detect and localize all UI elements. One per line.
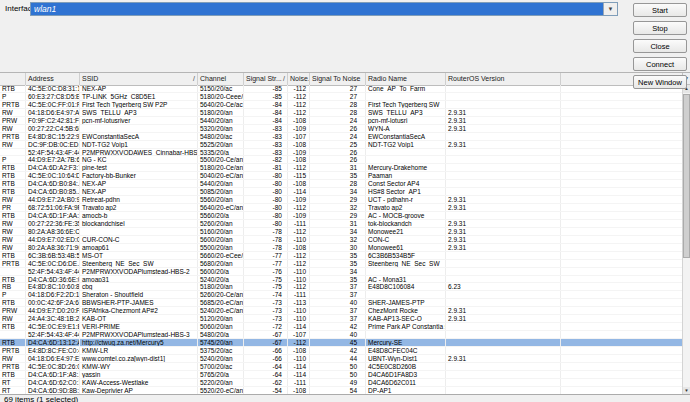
table-row[interactable]: PRTB4C:5E:0C:8D:26:0BKMW-WY5700/20/ac-64… xyxy=(0,363,682,371)
column-header-routeros-version[interactable]: RouterOS Version xyxy=(446,73,561,85)
table-row[interactable]: PR68:72:51:06:FA:9FTravato ap25640/20-eC… xyxy=(0,204,682,212)
cell-ssid: blockandchisel xyxy=(80,220,198,227)
interface-combobox[interactable]: wlan1 ▼ xyxy=(30,2,618,16)
column-header-address[interactable]: Address xyxy=(26,73,80,85)
interface-dropdown-button[interactable]: ▼ xyxy=(603,3,617,15)
column-header-noise[interactable]: Noise... xyxy=(288,73,310,85)
cell-flags: RB xyxy=(0,283,26,290)
column-header-channel[interactable]: Channel xyxy=(198,73,244,85)
cell-signal-to-noise: 30 xyxy=(310,244,366,251)
table-row[interactable]: RWDC:9F:DB:0C:ED...NDT-TG2 Voip15525/20/… xyxy=(0,141,682,149)
table-row[interactable]: RTBD4:CA:6D:A2:F3:76pine-test5180/20-Ce/… xyxy=(0,164,682,172)
table-row[interactable]: 52:4F:54:43:4F:44P2MPRWXXVODAPlumstead-H… xyxy=(0,331,682,339)
table-row[interactable]: RTBD4:CA:6D:B0:84:...NEX-AP5440/20/an-80… xyxy=(0,180,682,188)
cell-ssid: P2MPRWXXVODAWES_Cinnabar-HBS-1 xyxy=(80,149,198,156)
wireless-scan-window: Interface: wlan1 ▼ Start Stop Close Conn… xyxy=(0,0,690,402)
cell-ssid: Kaw-Deprivier AP xyxy=(80,387,198,394)
table-row[interactable]: RTB00:0C:42:6F:2A:61BBWSHER-PTP-JAMES568… xyxy=(0,299,682,307)
cell-filler xyxy=(561,93,682,100)
cell-address: D4:CA:6D:13:12:A2 xyxy=(26,339,80,346)
table-row[interactable]: RTBD4:CA:6D:1F:AA:...amocb-b5560/20/a-80… xyxy=(0,212,682,220)
cell-signal-to-noise: 50 xyxy=(310,363,366,370)
table-row[interactable]: RTB6C:3B:6B:53:4B:5FMS-OT5660/20-eCee/ac… xyxy=(0,252,682,260)
cell-flags: RTB xyxy=(0,172,26,179)
table-row[interactable]: RW44:D9:E7:2A:B0:9FRetreat-pdhn5560/20/a… xyxy=(0,196,682,204)
table-row[interactable]: RW00:27:22:C4:5B:6F5320/20/an-83-10926WY… xyxy=(0,125,682,133)
table-row[interactable]: RW80:2A:A8:36:71:96amoap615500/20/an-78-… xyxy=(0,244,682,252)
cell-signal-to-noise: 40 xyxy=(310,299,366,306)
cell-filler xyxy=(561,387,682,394)
table-row[interactable]: PRTBE4:8D:8C:15:22:91EWConstantiaSecA548… xyxy=(0,133,682,141)
table-row[interactable]: RW80:2A:A8:36:6E:CA5160/20/an-78-11234Mo… xyxy=(0,228,682,236)
cell-radio-name: Prime Park AP Constantia si... xyxy=(366,323,446,330)
column-header-signal-strength[interactable]: Signal Str... / xyxy=(244,73,288,85)
vertical-scrollbar[interactable]: ▲ ▼ xyxy=(682,85,690,395)
table-row[interactable]: RW44:D9:E7:02:ED:09CUR-CON-C5600/20/an-7… xyxy=(0,236,682,244)
table-row[interactable]: RTBD4:CA:6D:1F:A8:...yassin5765/20/a-64-… xyxy=(0,371,682,379)
table-row[interactable]: RBE4:8D:8C:10:60:84cbg5180/20/an-75-1123… xyxy=(0,283,682,291)
table-row[interactable]: RW04:18:D6:E4:97:E9www.comtel.co.za[wyn-… xyxy=(0,355,682,363)
cell-address: D4:CA:6D:9D:8B:... xyxy=(26,387,80,394)
table-row[interactable]: RTD4:CA:6D:62:C0:11KAW-Access-Westlake52… xyxy=(0,379,682,387)
table-row[interactable]: RTBD4:CA:6D:13:12:A2http://ctwug.za.net/… xyxy=(0,339,682,347)
table-row[interactable]: RTBD4:CA:6D:B0:85...NEX-AP5085/20/an-80-… xyxy=(0,188,682,196)
cell-signal-strength: -64 xyxy=(244,371,288,378)
cell-noise: -112 xyxy=(288,283,310,290)
cell-channel: 5335/20/a xyxy=(198,149,244,156)
interface-value[interactable]: wlan1 xyxy=(31,3,603,15)
cell-channel: 5500/20-Ce/an xyxy=(198,156,244,163)
cell-noise: -115 xyxy=(288,172,310,179)
cell-filler xyxy=(561,323,682,330)
cell-signal-to-noise: 40 xyxy=(310,331,366,338)
cell-radio-name: Steenberg_NE_Sec_SW xyxy=(366,260,446,267)
column-header-ssid[interactable]: SSID / xyxy=(80,73,198,85)
cell-radio-name: EWConstantiaSecA xyxy=(366,133,446,140)
table-row[interactable]: PRW44:D9:E7:D0:20:FEISPAfrika-Chezmont A… xyxy=(0,307,682,315)
close-button[interactable]: Close xyxy=(633,39,687,53)
cell-routeros-version: 6.23 xyxy=(446,283,561,290)
table-row[interactable]: RTB4C:5E:0C:E9:E1:E9VERI-PRIME5060/20/an… xyxy=(0,323,682,331)
cell-radio-name: tok-blockandch xyxy=(366,220,446,227)
table-row[interactable]: PRTBE4:8D:8C:FE:C0:4CKMW-LR5375/20/ac-66… xyxy=(0,347,682,355)
table-row[interactable]: P04:18:D6:F2:2D:1CSheraton - Shoutfield5… xyxy=(0,291,682,299)
cell-filler xyxy=(561,355,682,362)
cell-radio-name: E48D8C106084 xyxy=(366,283,446,290)
cell-noise: -110 xyxy=(288,315,310,322)
table-row[interactable]: RTB4C:5E:0C:10:64:D1Factory-bb-Bunker504… xyxy=(0,172,682,180)
table-row[interactable]: PRWF0:9F:C2:42:81:FBpcn-mf-lotusriver544… xyxy=(0,117,682,125)
cell-routeros-version xyxy=(446,101,561,108)
new-window-button[interactable]: New Window xyxy=(633,75,687,89)
cell-signal-to-noise: 27 xyxy=(310,93,366,100)
cell-flags: PRTB xyxy=(0,363,26,370)
stop-button[interactable]: Stop xyxy=(633,21,687,35)
cell-filler xyxy=(561,276,682,283)
cell-ssid: CUR-CON-C xyxy=(80,236,198,243)
column-header-flags[interactable] xyxy=(0,73,26,85)
cell-channel: 5240/20/a xyxy=(198,276,244,283)
table-row[interactable]: 52:4F:54:43:4F:44P2MPRWXXVODAWES_Cinnaba… xyxy=(0,149,682,157)
table-row[interactable]: RW00:27:22:36:FE:35blockandchisel5260/20… xyxy=(0,220,682,228)
cell-radio-name: HS#8 Sector_AP1 xyxy=(366,188,446,195)
column-header-signal-to-noise[interactable]: Signal To Noise xyxy=(310,73,366,85)
cell-noise: -110 xyxy=(288,236,310,243)
cell-address: D4:CA:6D:62:C0:11 xyxy=(26,379,80,386)
cell-filler xyxy=(561,371,682,378)
table-row[interactable]: RTBD4:CA:6D:36:6E:0Aamoap315240/20/a-75-… xyxy=(0,276,682,284)
cell-noise: -114 xyxy=(288,323,310,330)
table-row[interactable]: PRTB4C:5E:0C:FF:01:FBFirst Tech Tygerber… xyxy=(0,101,682,109)
column-header-radio-name[interactable]: Radio Name xyxy=(366,73,446,85)
table-row[interactable]: RW24:A4:3C:48:1B:23KAB-OT5120/20/an-73-1… xyxy=(0,315,682,323)
table-row[interactable]: 52:4F:54:43:4F:44P2MPRWXXVODAPlumstead-H… xyxy=(0,268,682,276)
table-row[interactable]: P60:E3:27:C8:D5:E1TP-LINK_5GHz_C8D5E1518… xyxy=(0,93,682,101)
cell-flags: RTB xyxy=(0,180,26,187)
table-row[interactable]: RTB4C:5E:0C:D8:31:1FNEX-AP5150/20/ac-85-… xyxy=(0,85,682,93)
cell-ssid: Steenberg_NE_Sec_SW xyxy=(80,260,198,267)
cell-routeros-version xyxy=(446,252,561,259)
cell-address: E4:8D:8C:FE:C0:4C xyxy=(26,347,80,354)
table-row[interactable]: PRTB4C:5E:0C:D6:DE...Steenberg_NE_Sec_SW… xyxy=(0,260,682,268)
connect-button[interactable]: Connect xyxy=(633,57,687,71)
table-row[interactable]: P44:D9:E7:2A:7B:62NG - KC5500/20-Ce/an-8… xyxy=(0,156,682,164)
scrollbar-thumb[interactable] xyxy=(683,94,690,258)
table-row[interactable]: RW04:18:D6:E4:97:A9SWS_TELLU_AP35180/20/… xyxy=(0,109,682,117)
start-button[interactable]: Start xyxy=(633,3,687,17)
